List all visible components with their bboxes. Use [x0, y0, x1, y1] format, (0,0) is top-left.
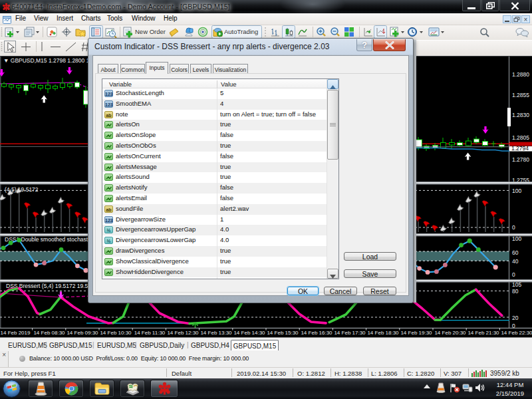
- svg-text:0: 0: [512, 224, 515, 231]
- svg-text:40: 40: [512, 258, 519, 265]
- svg-text:14 Feb 2019: 14 Feb 2019: [1, 330, 31, 336]
- svg-text:1.2780: 1.2780: [512, 156, 529, 163]
- svg-text:105: 105: [512, 281, 521, 288]
- svg-text:14 Feb 17:30: 14 Feb 17:30: [334, 330, 366, 336]
- svg-text:14 Feb 14:30: 14 Feb 14:30: [233, 330, 265, 336]
- svg-text:1.2805: 1.2805: [512, 134, 529, 141]
- svg-text:14 Feb 11:30: 14 Feb 11:30: [134, 330, 166, 336]
- svg-text:1.2880: 1.2880: [512, 71, 529, 78]
- svg-text:14 Feb 19:30: 14 Feb 19:30: [400, 330, 432, 336]
- svg-text:14 Feb 18:30: 14 Feb 18:30: [367, 330, 399, 336]
- svg-text:14 Feb 15:30: 14 Feb 15:30: [267, 330, 299, 336]
- svg-text:14 Feb 20:30: 14 Feb 20:30: [434, 330, 466, 336]
- svg-text:14 Feb 10:30: 14 Feb 10:30: [100, 330, 132, 336]
- svg-text:1.2855: 1.2855: [512, 92, 529, 98]
- svg-text:AutoTrading: AutoTrading: [224, 28, 258, 35]
- svg-text:14 Feb 21:30: 14 Feb 21:30: [467, 330, 499, 336]
- svg-text:14 Feb 09:30: 14 Feb 09:30: [66, 330, 98, 336]
- svg-text:100: 100: [512, 235, 521, 242]
- svg-text:14 Feb 08:30: 14 Feb 08:30: [33, 330, 65, 336]
- svg-text:1.2830: 1.2830: [512, 112, 529, 118]
- svg-text:14 Feb 12:30: 14 Feb 12:30: [167, 330, 199, 336]
- svg-text:60: 60: [512, 249, 519, 256]
- svg-text:14 Feb 22:30: 14 Feb 22:30: [501, 330, 532, 336]
- svg-text:80: 80: [512, 288, 519, 295]
- svg-text:▼ GBPUSD,M15 1.2798 1.2800 1.: ▼ GBPUSD,M15 1.2798 1.2800 1.279: [3, 57, 100, 64]
- svg-text:1.2794: 1.2794: [511, 145, 529, 152]
- svg-text:14 Feb 13:30: 14 Feb 13:30: [200, 330, 232, 336]
- svg-text:100: 100: [512, 188, 521, 194]
- svg-text:New Order: New Order: [135, 28, 166, 35]
- svg-text:14 Feb 16:30: 14 Feb 16:30: [301, 330, 332, 336]
- svg-text:20: 20: [512, 315, 519, 321]
- svg-text:0: 0: [512, 271, 515, 278]
